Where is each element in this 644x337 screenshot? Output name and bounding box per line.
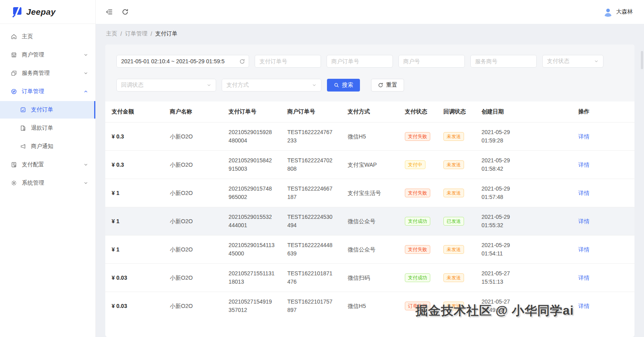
created-cell: 2021-05-2901:57:48: [475, 179, 572, 207]
reload-icon[interactable]: [122, 8, 129, 16]
col-created: 创建日期: [475, 101, 572, 123]
mch-no-field[interactable]: [398, 55, 465, 68]
detail-link[interactable]: 详情: [578, 162, 590, 168]
created-cell: 2021-05-2901:54:11: [475, 236, 572, 264]
mch-no-input[interactable]: [399, 55, 464, 67]
pay-order-no-field[interactable]: [255, 55, 321, 68]
amount-cell: ¥ 0.3: [105, 151, 164, 179]
chevron-down-icon: [312, 83, 317, 88]
merchant-cell: 小新O2O: [164, 207, 222, 236]
col-pay-status: 支付状态: [398, 101, 437, 123]
pay-order-icon: [20, 107, 26, 113]
brand-logo[interactable]: Jeepay: [0, 0, 95, 24]
sidebar-item-label: 订单管理: [22, 88, 83, 95]
select-placeholder: 回调状态: [121, 82, 143, 89]
sidebar-item-isv-mgmt[interactable]: 服务商管理: [0, 64, 95, 82]
col-pay-way: 支付方式: [341, 101, 398, 123]
pay-status-select[interactable]: 支付状态: [542, 55, 603, 68]
refund-order-icon: [20, 125, 26, 131]
amount-cell: ¥ 0.03: [105, 292, 164, 320]
pay-status-badge: 支付中: [405, 160, 425, 169]
sidebar-item-pay-orders[interactable]: 支付订单: [0, 101, 95, 119]
breadcrumb-home[interactable]: 主页: [106, 30, 117, 37]
notify-status-badge: 未发送: [443, 160, 464, 169]
amount-cell: ¥ 0.3: [105, 123, 164, 151]
notify-status-badge: 未发送: [443, 245, 464, 254]
main-area: 大森林 主页 / 订单管理 / 支付订单: [96, 0, 644, 337]
detail-link[interactable]: 详情: [578, 303, 590, 309]
sidebar-item-label: 主页: [22, 33, 88, 40]
pay-way-cell: 微信H5: [341, 123, 398, 151]
sidebar-item-home[interactable]: 主页: [0, 28, 95, 45]
mch-order-no-cell: TEST1622224448639: [281, 236, 341, 264]
pay-config-icon: [11, 162, 17, 168]
pay-order-no-input[interactable]: [255, 55, 321, 67]
pay-way-cell: 微信公众号: [341, 207, 398, 236]
created-cell: 2021-05-2901:58:42: [475, 151, 572, 179]
mch-order-no-field[interactable]: [327, 55, 393, 68]
reset-button[interactable]: 重置: [371, 79, 404, 92]
home-icon: [11, 33, 17, 40]
detail-link[interactable]: 详情: [578, 133, 590, 140]
sidebar-item-refund-orders[interactable]: 退款订单: [0, 119, 95, 137]
pay-way-cell: 支付宝WAP: [341, 151, 398, 179]
merchant-cell: 小新O2O: [164, 179, 222, 207]
pay-way-cell: 微信H5: [341, 292, 398, 320]
breadcrumb-order-mgmt[interactable]: 订单管理: [125, 30, 147, 37]
reset-button-label: 重置: [386, 82, 397, 89]
menu-fold-icon[interactable]: [106, 8, 113, 16]
user-menu[interactable]: 大森林: [603, 7, 633, 17]
shop-icon: [11, 52, 17, 58]
amount-cell: ¥ 0.03: [105, 264, 164, 292]
topbar: 大森林: [96, 0, 644, 24]
pay-order-no-cell: 20210529015928480004: [222, 123, 281, 151]
pay-order-no-cell: 20210529015532444001: [222, 207, 281, 236]
isv-no-field[interactable]: [470, 55, 537, 68]
gear-icon: [11, 180, 17, 186]
pay-order-no-cell: 20210529015411345000: [222, 236, 281, 264]
notify-status-select[interactable]: 回调状态: [116, 79, 216, 92]
detail-link[interactable]: 详情: [578, 190, 590, 196]
mch-order-no-input[interactable]: [327, 55, 393, 67]
mch-order-no-cell: TEST1622101871476: [281, 264, 341, 292]
sidebar-menu: 主页 商户管理 服务商管理 订单管理 支付订单: [0, 24, 95, 192]
sidebar-item-merchant-mgmt[interactable]: 商户管理: [0, 46, 95, 64]
scrollbar-thumb[interactable]: [641, 51, 643, 69]
breadcrumb-separator: /: [151, 31, 152, 37]
megaphone-icon: [20, 143, 26, 150]
col-merchant: 商户名称: [164, 101, 222, 123]
pay-status-badge: 支付失败: [405, 189, 430, 197]
sidebar-item-merchant-notify[interactable]: 商户通知: [0, 138, 95, 155]
pay-way-cell: 微信公众号: [341, 236, 398, 264]
merchant-cell: 小新O2O: [164, 264, 222, 292]
notify-status-badge: 未发送: [443, 189, 464, 197]
col-notify-status: 回调状态: [437, 101, 475, 123]
sidebar-item-label: 支付配置: [22, 161, 83, 168]
sidebar-item-order-mgmt[interactable]: 订单管理: [0, 83, 95, 100]
date-range-input[interactable]: [117, 55, 239, 67]
amount-cell: ¥ 1: [105, 236, 164, 264]
notify-status-badge: 未发送: [443, 273, 464, 282]
username: 大森林: [616, 8, 633, 16]
chevron-up-icon: [83, 89, 88, 94]
merchant-cell: 小新O2O: [164, 151, 222, 179]
pay-way-select[interactable]: 支付方式: [222, 79, 321, 92]
pay-way-cell: 支付宝生活号: [341, 179, 398, 207]
watermark: 掘金技术社区 @ 小华同学ai: [416, 302, 574, 319]
chevron-down-icon: [207, 83, 211, 88]
pay-way-cell: 微信扫码: [341, 264, 398, 292]
sidebar-item-pay-config[interactable]: 支付配置: [0, 156, 95, 173]
search-icon: [334, 82, 339, 88]
isv-no-input[interactable]: [471, 55, 536, 67]
app-window: Jeepay 主页 商户管理 服务商管理 订单管理: [0, 0, 644, 337]
avatar: [603, 7, 613, 17]
date-range-picker[interactable]: [116, 55, 249, 68]
detail-link[interactable]: 详情: [578, 275, 590, 281]
detail-link[interactable]: 详情: [578, 246, 590, 253]
pay-order-no-cell: 20210527154919357012: [222, 292, 281, 320]
sidebar-item-system-mgmt[interactable]: 系统管理: [0, 174, 95, 192]
pay-order-no-cell: 20210529015748965002: [222, 179, 281, 207]
search-button[interactable]: 搜索: [327, 79, 360, 92]
detail-link[interactable]: 详情: [578, 218, 590, 224]
col-action: 操作: [572, 101, 634, 123]
